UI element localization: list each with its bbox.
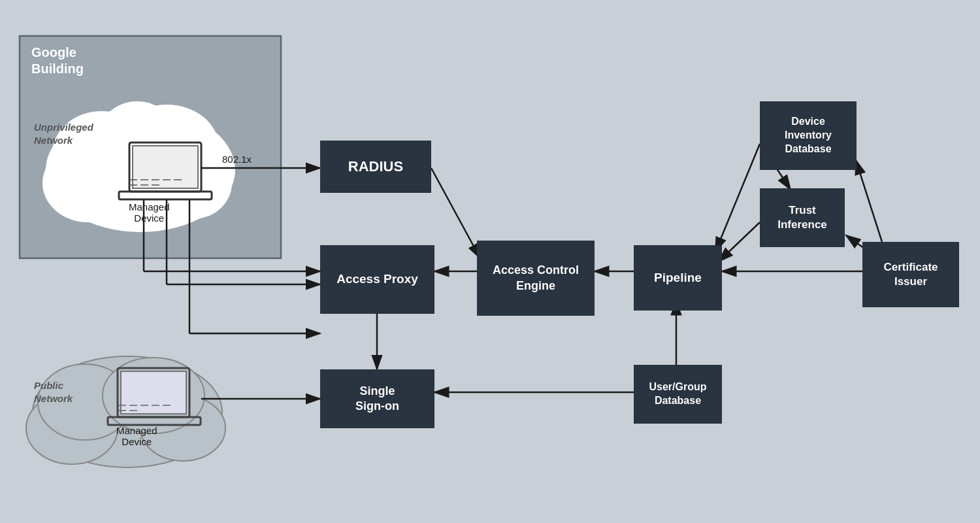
svg-line-49 — [715, 144, 760, 252]
managed-device-top-label: ManagedDevice — [129, 201, 170, 224]
svg-point-13 — [103, 358, 204, 433]
trust-inference-node: TrustInference — [760, 188, 845, 247]
svg-rect-25 — [118, 368, 189, 417]
svg-point-9 — [33, 356, 222, 467]
svg-point-7 — [114, 105, 219, 190]
svg-rect-27 — [108, 417, 201, 425]
single-signon-node: SingleSign-on — [320, 369, 434, 428]
svg-rect-14 — [129, 143, 201, 192]
unprivileged-network-label: UnprivilegedNetwork — [34, 121, 93, 146]
diagram-container: GoogleBuilding UnprivilegedNetwork Manag… — [0, 0, 980, 523]
radius-node: RADIUS — [320, 141, 431, 193]
certificate-issuer-node: CertificateIssuer — [862, 242, 959, 307]
svg-rect-15 — [133, 146, 198, 188]
access-control-engine-node: Access ControlEngine — [477, 241, 595, 316]
user-group-database-node: User/GroupDatabase — [634, 365, 722, 424]
public-network-label: PublicNetwork — [34, 379, 73, 405]
svg-point-4 — [42, 144, 134, 222]
pipeline-node: Pipeline — [634, 245, 722, 311]
svg-line-53 — [856, 160, 882, 242]
svg-rect-16 — [119, 192, 212, 199]
svg-line-51 — [719, 222, 760, 262]
svg-rect-26 — [121, 371, 186, 414]
access-proxy-node: Access Proxy — [320, 245, 434, 314]
device-inventory-database-node: DeviceInventoryDatabase — [760, 101, 857, 170]
managed-device-bottom-label: ManagedDevice — [116, 425, 157, 447]
google-building-label: GoogleBuilding — [31, 44, 84, 77]
svg-point-8 — [98, 101, 176, 173]
svg-line-43 — [431, 168, 480, 258]
802ix-label: 802.1x — [222, 154, 252, 165]
